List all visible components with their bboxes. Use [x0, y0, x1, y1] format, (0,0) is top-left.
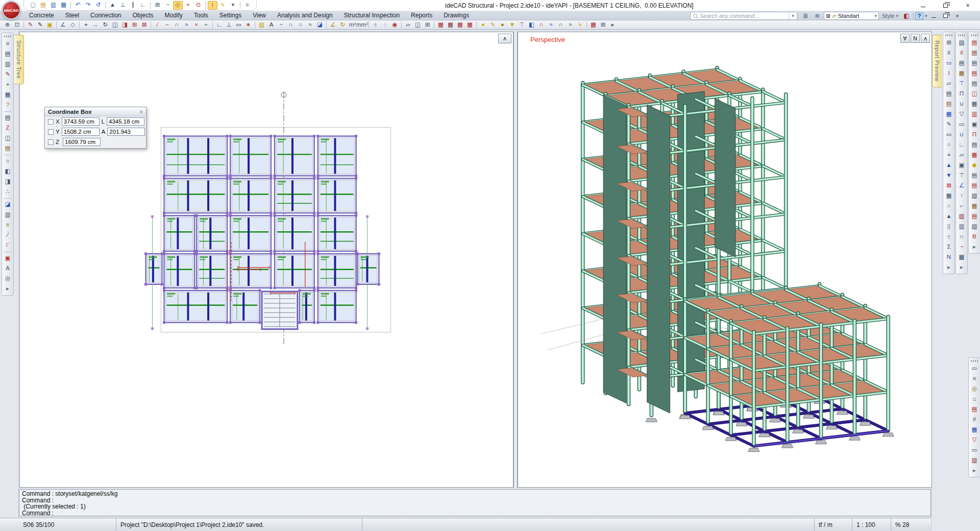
- frame-tool-icon[interactable]: ▭: [944, 59, 953, 68]
- frame-icon[interactable]: ▭: [234, 20, 243, 29]
- axis-tool-icon[interactable]: #: [944, 49, 953, 58]
- annotate-tool-icon[interactable]: ✎: [944, 120, 953, 129]
- probe-icon[interactable]: ▼: [507, 20, 517, 29]
- explode-icon[interactable]: ∗: [243, 20, 253, 29]
- pick-table-icon[interactable]: ▦: [3, 90, 12, 100]
- measure-report-icon[interactable]: ▭: [970, 364, 979, 373]
- what-is-icon[interactable]: ?: [3, 101, 12, 110]
- menu-analysis-and-design[interactable]: Analysis and Design: [272, 11, 338, 20]
- toolbar-overflow-icon[interactable]: ▸: [608, 20, 618, 29]
- region-tool-icon[interactable]: ▱: [944, 79, 953, 88]
- move-icon[interactable]: +: [81, 20, 91, 29]
- color-code-icon[interactable]: ▣: [3, 254, 12, 263]
- concrete-report-icon[interactable]: ▤: [970, 38, 979, 47]
- perpendicular-snap-icon[interactable]: ⊥: [118, 1, 128, 10]
- deselect-icon[interactable]: ▥: [3, 60, 12, 69]
- t-slab-tool-icon[interactable]: ⊤: [957, 171, 966, 180]
- scale-indicator[interactable]: 1 : 100: [852, 518, 891, 531]
- analyze-dropdown-icon[interactable]: ▾: [228, 1, 238, 10]
- mass-icon[interactable]: ●: [498, 20, 507, 29]
- axis-grid-icon[interactable]: #: [957, 49, 966, 58]
- revert-icon[interactable]: ↺: [93, 1, 103, 10]
- menu-modify[interactable]: Modify: [159, 11, 188, 20]
- moment-diagram-icon[interactable]: ∩: [536, 20, 546, 29]
- unit-indicator[interactable]: tf / m: [815, 518, 852, 531]
- dock-grip[interactable]: [958, 34, 965, 36]
- menu-concrete[interactable]: Concrete: [23, 11, 60, 20]
- style-combo[interactable]: ⊠ ▱ Standart ▾: [824, 12, 879, 20]
- view-nav-button-1[interactable]: N: [911, 34, 920, 43]
- check-hatch-tool-icon[interactable]: ▨: [957, 212, 966, 221]
- right-dock-collapse-3-icon[interactable]: ▸: [970, 243, 979, 252]
- hatch-report-icon[interactable]: ▨: [970, 456, 979, 465]
- beam-schedule-icon[interactable]: ▤: [970, 140, 979, 150]
- polyline-icon[interactable]: ◇: [68, 20, 78, 29]
- undo-icon[interactable]: ↶: [73, 1, 83, 10]
- copy-icon[interactable]: ◫: [3, 134, 12, 143]
- analysis-report-icon[interactable]: ▤: [970, 59, 979, 68]
- edge-join-icon[interactable]: ⊥: [224, 20, 234, 29]
- quantity-report-icon[interactable]: ▦: [970, 100, 979, 109]
- midpoint-snap-icon[interactable]: +: [183, 1, 193, 10]
- slab-schedule-icon[interactable]: ▦: [970, 151, 979, 160]
- sheet-report-icon[interactable]: ▭: [970, 446, 979, 455]
- camera-icon[interactable]: ◉: [390, 20, 400, 29]
- trim-icon[interactable]: ∕: [153, 20, 162, 29]
- t-beam-tool-icon[interactable]: ⊤: [957, 79, 966, 88]
- block-tool-icon[interactable]: ▦: [957, 69, 966, 78]
- mdi-close-button[interactable]: ×: [952, 12, 963, 20]
- dock-grip[interactable]: [945, 34, 952, 36]
- paint-icon[interactable]: ◪: [315, 20, 325, 29]
- open-icon[interactable]: ▤: [38, 1, 48, 10]
- report-doc-icon[interactable]: ▤: [3, 113, 12, 123]
- add-node-icon[interactable]: +: [3, 80, 12, 89]
- right-dock-collapse-4-icon[interactable]: ▸: [970, 466, 979, 475]
- hammer-icon[interactable]: ⊤: [517, 20, 527, 29]
- align-icon[interactable]: ⊞: [130, 20, 139, 29]
- restore-button[interactable]: [934, 0, 957, 11]
- load-report-icon[interactable]: ▤: [970, 79, 979, 88]
- select-cursor-icon[interactable]: ▲: [108, 1, 117, 10]
- menu-tools[interactable]: Tools: [188, 11, 214, 20]
- combo-report-icon[interactable]: ◫: [970, 89, 979, 99]
- elevation-mark-icon[interactable]: ±: [380, 20, 390, 29]
- slab-tool-icon[interactable]: ⊞: [944, 38, 953, 47]
- paste-icon[interactable]: ▤: [3, 144, 12, 153]
- search-dropdown-icon[interactable]: ▾: [789, 12, 797, 19]
- raise-tool-icon[interactable]: ▲: [944, 161, 953, 170]
- fillet-icon[interactable]: ∩: [172, 20, 182, 29]
- rotate-icon[interactable]: ↻: [101, 20, 110, 29]
- qat-overflow-icon[interactable]: ≡: [242, 1, 252, 10]
- menu-settings[interactable]: Settings: [214, 11, 247, 20]
- grid-list-icon[interactable]: #: [970, 415, 979, 424]
- move-object-icon[interactable]: ○: [3, 157, 12, 166]
- building-report-icon[interactable]: ⌂: [970, 395, 979, 404]
- cup-section-tool-icon[interactable]: ∪: [957, 100, 966, 109]
- coordinate-box[interactable]: Coordinate Box × X L Y A Z: [44, 107, 146, 149]
- truss-tool-icon[interactable]: ▲: [944, 212, 953, 221]
- grid-snap-icon[interactable]: ⊞: [153, 1, 162, 10]
- assign-icon[interactable]: ◧: [527, 20, 536, 29]
- structure-tree-tab[interactable]: Structure Tree: [14, 35, 24, 84]
- corner-profile-tool-icon[interactable]: ∟: [957, 140, 966, 150]
- wheel-report-icon[interactable]: ◎: [970, 384, 979, 394]
- left-dock-collapse-icon[interactable]: ▸: [3, 284, 12, 294]
- view-nav-button-0[interactable]: ∀: [900, 34, 910, 43]
- dock-grip[interactable]: [971, 360, 978, 362]
- menu-steel[interactable]: Steel: [60, 11, 85, 20]
- pane-maximize-button[interactable]: ∧: [498, 34, 511, 43]
- command-search-box[interactable]: Search any command... ▾: [690, 12, 797, 20]
- parallel-snap-icon[interactable]: ∥: [128, 1, 138, 10]
- divide-icon[interactable]: ÷: [201, 20, 211, 29]
- report-table-3-icon[interactable]: ▦: [455, 20, 465, 29]
- menu-objects[interactable]: Objects: [127, 11, 159, 20]
- cloud-icon[interactable]: ≈: [305, 20, 315, 29]
- u-profile-tool-icon[interactable]: ∪: [957, 130, 966, 139]
- menu-drawings[interactable]: Drawings: [438, 11, 475, 20]
- pane-splitter[interactable]: [513, 32, 518, 488]
- panel-tool-icon[interactable]: ▭: [944, 130, 953, 139]
- hatch-region-icon[interactable]: ▨: [957, 38, 966, 47]
- tile-windows-icon[interactable]: ⊞: [423, 20, 432, 29]
- slope-icon[interactable]: ∕: [3, 231, 12, 240]
- help-icon[interactable]: ?: [915, 12, 923, 20]
